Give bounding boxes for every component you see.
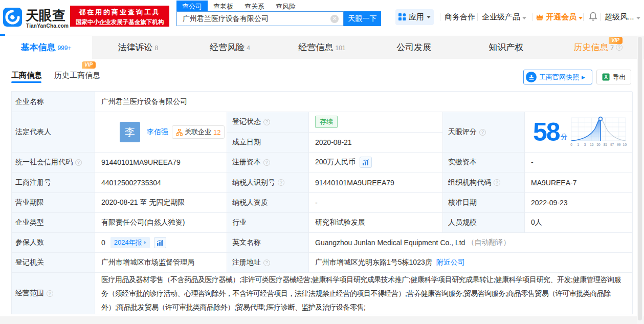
tianyancha-logo-icon[interactable] [3,8,22,27]
svg-text:3: 3 [584,143,586,146]
help-icon[interactable]: ? [616,44,623,51]
taxpayer-id-value: 91440101MA9UREEA79 [309,172,443,193]
enterprise-caret-icon [522,17,526,19]
arrow-right-icon [144,241,146,245]
svg-text:97: 97 [610,143,614,146]
active-subtab-underline [11,81,41,83]
field-label: 核准日期 [443,193,525,213]
company-info-table: 企业名称 广州君兰医疗设备有限公司 法定代表人 李 李佰强 关联企业 12 登记… [11,91,632,314]
nav-open-vip[interactable]: 开通会员 [536,12,583,22]
field-label: 注册地址? [227,253,309,273]
subtab-business-info[interactable]: 工商信息 [11,71,42,80]
reg-number-value: 440125002735304 [95,172,227,193]
svg-text:85: 85 [603,143,607,146]
help-icon[interactable]: ? [263,159,270,166]
search-query[interactable]: 广州君兰医疗设备有限公司 [177,14,330,24]
divider [440,13,440,21]
help-icon[interactable]: ? [479,129,486,136]
field-label: 登记状态? [227,112,309,133]
help-icon[interactable]: ? [263,119,270,125]
search-tab-relation[interactable]: 查关系 [239,1,270,11]
field-label: 组织机构代码? [443,172,525,193]
related-companies-badge[interactable]: 关联企业 12 [172,125,225,139]
reg-capital-value: 200万人民币 [309,153,443,172]
credit-code-value: 91440101MA9UREEA79 [95,153,227,172]
search-tab-risk[interactable]: 查风险 [270,1,301,11]
staff-size-value: 0人 [525,213,633,233]
field-label: 企业名称 [12,92,95,112]
status-badge: 存续 [315,116,338,128]
svg-text:1: 1 [577,143,579,146]
vip-badge: VIP [609,37,623,44]
header: 天眼查 TianYanCha.com 都在用的商业查询工具 国家中小企业发展子基… [0,0,644,35]
org-code-value: MA9UREEA-7 [525,172,633,193]
search-tabs: 查公司 查老板 查关系 查风险 [176,1,301,11]
clear-search-icon[interactable]: ✕ [330,15,339,23]
field-label: 营业期限 [12,193,95,213]
excel-icon: X [602,73,610,81]
field-label: 企业类型 [12,213,95,233]
legal-rep-cell: 李 李佰强 关联企业 12 [95,112,227,153]
insured-chart-icon[interactable] [154,237,166,248]
help-icon[interactable]: ? [75,159,82,166]
company-type-value: 有限责任公司(自然人独资) [95,213,227,233]
annual-report-badge[interactable]: 2024年报 [110,237,150,248]
field-label: 登记机关 [12,253,95,273]
business-snapshot-button[interactable]: 工商官网快照 ▶ [523,70,592,84]
score-distribution-chart: 0 1 3 15 50 85 97 99 100 [570,115,627,149]
divider [532,13,532,21]
tab-operating-info[interactable]: 经营信息101 [276,36,368,59]
scrollbar-thumb[interactable] [638,37,642,320]
apps-label: 应用 [409,12,424,22]
legal-rep-avatar[interactable]: 李 [120,122,140,142]
subtab-history-business-info[interactable]: 历史工商信息 [54,71,100,80]
legal-rep-name-link[interactable]: 李佰强 [147,127,168,137]
tab-operating-risk[interactable]: 经营风险4 [184,36,276,59]
slogan-line2: 国家中小企业发展子基金旗下机构 [70,18,169,26]
nav-enterprise-product[interactable]: 企业级产品 [482,12,526,22]
scrollbar[interactable] [637,36,643,324]
business-scope-value: 医疗用品及器材零售（不含药品及医疗器械）;非许可类医疗器械经营;健康科学项目研究… [95,273,633,314]
notification-bell-icon[interactable] [589,12,597,21]
search-tab-boss[interactable]: 查老板 [208,1,239,11]
divider [583,13,584,21]
reg-authority-value: 广州市增城区市场监督管理局 [95,253,227,273]
svg-text:X: X [604,74,608,80]
help-icon[interactable]: ? [278,179,284,186]
arrow-right-icon: ▶ [582,75,585,80]
tab-legal-proceedings[interactable]: 法律诉讼8 [92,36,184,59]
brand-name[interactable]: 天眼查 [26,7,65,25]
tab-history-info[interactable]: VIP 历史信息7 ? [552,36,644,59]
search-input[interactable]: 广州君兰医疗设备有限公司 ✕ [176,11,344,26]
vip-caret-icon [579,17,583,19]
help-icon[interactable]: ? [47,290,53,297]
field-label: 统一社会信用代码? [12,153,95,172]
slogan-badge: 都在用的商业查询工具 国家中小企业发展子基金旗下机构 [70,6,169,27]
tab-basic-info[interactable]: 基本信息999+ [0,36,92,59]
field-label: 成立日期 [227,133,309,153]
export-button[interactable]: X 导出 [596,70,631,84]
vip-badge: VIP [82,61,96,69]
nav-super-risk[interactable]: 超级风... [605,12,640,22]
score-cell[interactable]: 58 分 0 1 3 15 50 [525,112,633,153]
field-label: 法定代表人 [12,112,95,153]
nav-business-cooperation[interactable]: 商务合作 [445,12,475,22]
section-tabbar: 基本信息999+ 法律诉讼8 经营风险4 经营信息101 公司发展 知识产权 V… [0,36,644,59]
apps-menu[interactable]: 应用 [395,9,434,25]
capital-chart-icon[interactable] [360,157,372,168]
industry-value: 研究和试验发展 [309,213,443,233]
field-label: 纳税人识别号? [227,172,309,193]
search-tab-company[interactable]: 查公司 [176,1,208,11]
search-button[interactable]: 天眼一下 [344,11,381,26]
field-label: 经营范围? [12,273,95,314]
help-icon[interactable]: ? [494,179,500,186]
svg-text:99: 99 [617,143,621,146]
field-label: 注册资本? [227,153,309,172]
paid-capital-value: - [525,153,633,172]
tab-company-development[interactable]: 公司发展 [368,36,460,59]
nearby-companies-link[interactable]: 附近公司 [436,258,465,267]
help-icon[interactable]: ? [263,260,270,266]
tab-intellectual-property[interactable]: 知识产权 [460,36,552,59]
snapshot-seal-icon [526,72,537,82]
field-label: 英文名称 [227,233,309,253]
